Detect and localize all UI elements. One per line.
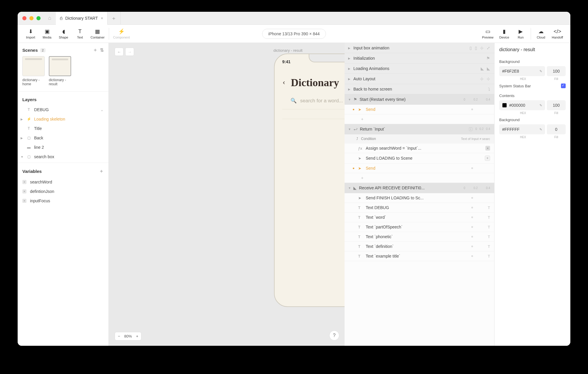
timeline-row-text-example[interactable]: TText `example title`T xyxy=(345,251,494,261)
add-icon[interactable]: + xyxy=(485,156,490,161)
cloud-button[interactable]: ☁Cloud xyxy=(533,28,549,39)
handoff-button[interactable]: </>Handoff xyxy=(549,28,566,39)
disclosure-icon[interactable]: ▶ xyxy=(21,136,23,140)
layer-search-box[interactable]: ▼▢search box xyxy=(18,152,108,161)
align-icon[interactable]: ▯ xyxy=(475,46,477,50)
timeline-row-send[interactable]: ➤Send xyxy=(345,163,494,173)
group-loading-animations[interactable]: ▶Loading Animations◣◣ xyxy=(345,64,494,74)
phone-search[interactable]: 🔍 search for a word... xyxy=(282,95,345,109)
scenes-header: Scenes 2 ＋ ⇅ xyxy=(18,43,108,56)
bg-fill-input[interactable]: 100 xyxy=(547,66,566,76)
text-button[interactable]: TText xyxy=(72,28,88,39)
layout-icon: ⊹ xyxy=(487,76,490,81)
content-hex-input[interactable]: #000000✎ xyxy=(499,100,545,110)
main-area: Scenes 2 ＋ ⇅ dictionary - home dictionar… xyxy=(18,43,570,346)
media-button[interactable]: ▣Media xyxy=(39,28,55,39)
group-auto-layout[interactable]: ▶Auto Layout⊹⊹ xyxy=(345,74,494,84)
home-icon[interactable]: ⌂ xyxy=(45,15,54,21)
send-icon: ➤ xyxy=(358,196,363,200)
text-icon: T xyxy=(358,235,363,239)
eyedropper-icon[interactable]: ✎ xyxy=(539,103,542,107)
group-back-home[interactable]: ▶Back to home screen⤵ xyxy=(345,84,494,94)
canvas[interactable]: ← → dictionary - result 9:41 ▮▮▮◉▬▮ ‹ Di… xyxy=(109,43,345,346)
traffic-lights xyxy=(18,16,45,20)
scene-thumb xyxy=(49,56,71,76)
timeline-row-text-word[interactable]: TText `word`T xyxy=(345,213,494,222)
timeline-row-send-loading[interactable]: ➤Send LOADING to Scene+ xyxy=(345,153,494,163)
timeline-add-row[interactable]: + xyxy=(345,173,494,183)
sort-scenes-icon[interactable]: ⇅ xyxy=(100,47,104,53)
add-tab-button[interactable]: ＋ xyxy=(108,12,121,25)
minimize-window-button[interactable] xyxy=(29,16,34,20)
info-icon[interactable]: i xyxy=(469,127,472,131)
text-icon: T xyxy=(358,254,363,258)
status-bar-checkbox[interactable] xyxy=(561,84,566,88)
timeline-row-assign[interactable]: ƒxAssign searchWord = `Input`...× xyxy=(345,143,494,153)
bg2-fill-input[interactable]: 0 xyxy=(547,124,566,134)
ease-icon: ◣ xyxy=(487,66,490,71)
eyedropper-icon[interactable]: ✎ xyxy=(539,69,542,73)
device-button[interactable]: ▮Device xyxy=(496,28,512,39)
preview-button[interactable]: ▭Preview xyxy=(480,28,496,39)
help-button[interactable]: ? xyxy=(329,330,339,340)
timeline-row-text-phonetic[interactable]: TText `phonetic`T xyxy=(345,232,494,242)
back-button[interactable]: ← xyxy=(115,48,123,56)
variable-searchword[interactable]: ×searchWord xyxy=(18,177,108,187)
focus-icon[interactable]: ⊹ xyxy=(480,46,484,50)
text-icon: T xyxy=(488,235,490,239)
close-tab-icon[interactable]: × xyxy=(101,16,103,21)
forward-button[interactable]: → xyxy=(125,48,134,56)
timeline-row-send[interactable]: ➤Send xyxy=(345,105,494,114)
align-icon[interactable]: ▯ xyxy=(470,46,472,50)
disclosure-icon[interactable]: ▼ xyxy=(21,155,24,158)
timeline-row-text-definition[interactable]: TText `definition`T xyxy=(345,242,494,251)
timeline-row-text-debug[interactable]: TText DEBUGT xyxy=(345,203,494,213)
eyedropper-icon[interactable]: ✎ xyxy=(539,128,542,131)
collapse-icon[interactable]: ⤢ xyxy=(487,46,490,50)
layer-debug[interactable]: TDEBUG⌄ xyxy=(18,105,108,114)
close-window-button[interactable] xyxy=(22,16,26,20)
zoom-window-button[interactable] xyxy=(36,16,41,20)
back-chevron-icon[interactable]: ‹ xyxy=(283,79,285,86)
layer-line2[interactable]: ▬line 2 xyxy=(18,143,108,152)
bg2-hex-input[interactable]: #FFFFFF✎ xyxy=(499,124,545,134)
device-selector[interactable]: iPhone 13/13 Pro 390 × 844 xyxy=(262,29,326,39)
add-variable-icon[interactable]: ＋ xyxy=(99,168,104,174)
container-button[interactable]: ▦Container xyxy=(88,28,107,39)
component-button[interactable]: ⚡Component xyxy=(111,28,132,39)
scene-thumb xyxy=(22,56,45,76)
shape-button[interactable]: ◖Shape xyxy=(55,28,72,39)
branch-icon: ⤴ xyxy=(356,137,358,141)
group-initialization[interactable]: ▶Initialization⚑ xyxy=(345,53,494,64)
zoom-out-icon[interactable]: − xyxy=(118,334,120,338)
group-input-animation[interactable]: ▶Input box animation▯▯⊹⤢ xyxy=(345,43,494,53)
text-icon: T xyxy=(488,254,490,258)
zoom-control[interactable]: − 80% + xyxy=(115,332,141,340)
variable-inputfocus[interactable]: ×inputFocus xyxy=(18,196,108,206)
timeline-condition[interactable]: ⤴ConditionText of Input ≠ searc xyxy=(345,134,494,143)
timeline-row-text-pos[interactable]: TText `partOfSpeech`T xyxy=(345,222,494,232)
run-button[interactable]: ▶Run xyxy=(512,28,529,39)
timeline-row-finish[interactable]: ➤Send FINISH LOADING to Sc... xyxy=(345,193,494,203)
zoom-in-icon[interactable]: + xyxy=(136,334,138,338)
disclosure-icon[interactable]: ▶ xyxy=(21,118,23,121)
background-field: #F6F2E8✎ 100 xyxy=(499,66,566,76)
layer-loading-skeleton[interactable]: ▶⚡Loading skeleton xyxy=(18,114,108,124)
phone-mockup[interactable]: 9:41 ▮▮▮◉▬▮ ‹ Dictionary 🔍 search for a … xyxy=(274,54,345,307)
variable-definitionjson[interactable]: ×defintionJson xyxy=(18,187,108,196)
background2-field: #FFFFFF✎ 0 xyxy=(499,124,566,134)
scene-dictionary-result[interactable]: dictionary - result xyxy=(49,56,71,86)
layer-title[interactable]: TTitle xyxy=(18,124,108,133)
scene-dictionary-home[interactable]: dictionary - home xyxy=(22,56,45,86)
group-start[interactable]: ▼⚑Start (Restart every time)0 0.2 0.4 xyxy=(345,94,494,105)
document-tab[interactable]: ⎙ Dictionary START × xyxy=(56,12,108,25)
bg-hex-input[interactable]: #F6F2E8✎ xyxy=(499,66,545,76)
group-return-input[interactable]: ▼⮐Return `Input`i0 0.2 0.4 xyxy=(345,124,494,134)
import-button[interactable]: ⬇Import xyxy=(22,28,39,39)
content-fill-input[interactable]: 100 xyxy=(547,100,566,110)
add-scene-icon[interactable]: ＋ xyxy=(93,47,98,53)
timeline-add-row[interactable]: + xyxy=(345,114,494,124)
remove-icon[interactable]: × xyxy=(485,146,490,151)
layer-back[interactable]: ▶▢Back xyxy=(18,133,108,143)
group-receive-api[interactable]: ▼◣Receive API RECEIVE DEFINITI0...0 0.2 … xyxy=(345,183,494,193)
